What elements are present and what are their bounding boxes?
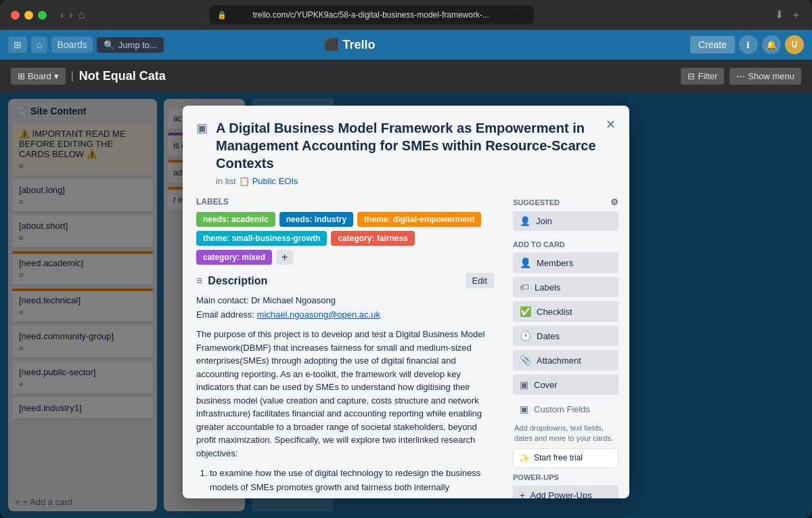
add-label-button[interactable]: + (276, 250, 293, 265)
new-tab-icon[interactable]: ＋ (790, 8, 801, 22)
modal-main-content: Labels needs: academic needs: industry t… (183, 197, 508, 498)
close-window-button[interactable] (11, 11, 20, 20)
add-to-card-section-title: Add to card (513, 240, 618, 249)
main-contact-text: Main contact: Dr Michael Ngoasong (196, 295, 494, 305)
description-header: ≡ Description Edit (196, 273, 494, 288)
start-trial-button[interactable]: ✨ Start free trial (513, 448, 618, 468)
label-needs-industry[interactable]: needs: industry (279, 212, 353, 227)
browser-titlebar: ‹ › ⌂ 🔒 trello.com/c/YUPKK9ac/58-a-digit… (0, 0, 812, 30)
label-category-mixed[interactable]: category: mixed (196, 250, 272, 265)
boards-button[interactable]: Boards (51, 37, 92, 53)
sparkle-icon: ✨ (519, 453, 530, 463)
board-content: 📄 Site Content ⚠️ IMPORTANT READ ME BEFO… (0, 92, 812, 518)
create-button[interactable]: Create (690, 36, 735, 53)
trello-icon: ⬛ (324, 37, 339, 52)
description-icon: ≡ (196, 275, 202, 287)
custom-fields-hint: Add dropdowns, text fields, dates and mo… (513, 423, 618, 444)
attachment-icon: 📎 (520, 355, 531, 366)
modal-overlay: ▣ A Digital Business Model Framework as … (0, 92, 812, 518)
maximize-window-button[interactable] (38, 11, 47, 20)
description-list: to examine how the use of digital techno… (196, 467, 494, 498)
home-button[interactable]: ⌂ (78, 9, 85, 21)
bookmark-icon: ⋯ (515, 9, 526, 22)
description-body: The purpose of this project is to develo… (196, 328, 494, 460)
back-button[interactable]: ‹ (60, 9, 64, 21)
modal-header: ▣ A Digital Business Model Framework as … (183, 106, 629, 197)
browser-right-controls: ⬇ ＋ (775, 8, 801, 22)
lock-icon: 🔒 (217, 11, 227, 20)
add-powerup-button[interactable]: + Add Power-Ups (513, 485, 618, 498)
grid-menu-button[interactable]: ⊞ (8, 37, 27, 53)
header-left: ⊞ ⌂ Boards 🔍 Jump to... (8, 37, 164, 53)
url-text: trello.com/c/YUPKK9ac/58-a-digital-busin… (231, 10, 511, 20)
modal-body: Labels needs: academic needs: industry t… (183, 197, 629, 498)
list-link[interactable]: Public EOIs (252, 176, 298, 186)
trello-app: ⊞ ⌂ Boards 🔍 Jump to... ⬛ Trello Create … (0, 30, 812, 518)
labels-button[interactable]: 🏷 Labels (513, 277, 618, 297)
traffic-lights (11, 11, 47, 20)
label-theme-small-business[interactable]: theme: small-business-growth (196, 231, 327, 246)
custom-fields-icon: ▣ (520, 404, 528, 414)
modal-in-list: in list 📋 Public EOIs (216, 176, 602, 186)
edit-description-button[interactable]: Edit (466, 273, 494, 288)
header-right: Create ℹ 🔔 U (690, 35, 804, 54)
minimize-window-button[interactable] (24, 11, 33, 20)
board-bar: ⊞ Board ▾ | Not Equal Cata ⊟ Filter ⋯ Sh… (0, 60, 812, 92)
checklist-icon: ✅ (520, 306, 531, 317)
board-icon: ⊞ (18, 71, 25, 81)
modal-card-title: A Digital Business Model Framework as Em… (216, 119, 602, 172)
power-ups-section-title: Power-Ups (513, 473, 618, 481)
search-icon: 🔍 (104, 40, 114, 50)
card-type-icon: ▣ (196, 121, 208, 135)
modal-header-icon-row: ▣ A Digital Business Model Framework as … (196, 119, 602, 186)
dates-button[interactable]: 🕐 Dates (513, 326, 618, 346)
board-title: Not Equal Cata (79, 69, 166, 83)
home-button[interactable]: ⌂ (31, 37, 47, 53)
labels-row: needs: academic needs: industry theme: d… (196, 212, 494, 265)
info-button[interactable]: ℹ (739, 35, 758, 54)
browser-nav-controls: ‹ › ⌂ (60, 9, 85, 21)
filter-icon: ⊟ (687, 71, 695, 81)
board-view-button[interactable]: ⊞ Board ▾ (11, 68, 66, 85)
cover-button[interactable]: ▣ Cover (513, 374, 618, 395)
modal-close-button[interactable]: ✕ (601, 115, 620, 134)
trello-logo: ⬛ Trello (324, 37, 376, 52)
plus-icon: + (520, 490, 525, 498)
description-title: Description (208, 275, 267, 287)
email-link[interactable]: michael.ngoasong@open.ac.uk (257, 309, 380, 320)
label-theme-digital[interactable]: theme: digital-empowerment (357, 212, 481, 227)
person-icon: 👤 (520, 216, 531, 226)
show-menu-button[interactable]: ⋯ Show menu (729, 68, 801, 85)
trello-header: ⊞ ⌂ Boards 🔍 Jump to... ⬛ Trello Create … (0, 30, 812, 60)
forward-button[interactable]: › (69, 9, 72, 21)
jump-to-button[interactable]: 🔍 Jump to... (97, 37, 164, 53)
board-bar-right: ⊟ Filter ⋯ Show menu (681, 68, 801, 85)
suggested-section-title: Suggested ⚙ (513, 197, 618, 207)
checklist-button[interactable]: ✅ Checklist (513, 301, 618, 322)
label-category-fairness[interactable]: category: fairness (331, 231, 414, 246)
card-modal: ▣ A Digital Business Model Framework as … (183, 106, 629, 498)
cover-icon: ▣ (520, 379, 528, 390)
download-icon[interactable]: ⬇ (775, 8, 784, 22)
chevron-down-icon: ▾ (54, 71, 59, 81)
modal-sidebar: Suggested ⚙ 👤 Join Add to card (508, 197, 629, 498)
gear-icon[interactable]: ⚙ (610, 197, 618, 207)
browser-window: ‹ › ⌂ 🔒 trello.com/c/YUPKK9ac/58-a-digit… (0, 0, 812, 518)
join-button[interactable]: 👤 Join (513, 211, 618, 231)
address-bar[interactable]: 🔒 trello.com/c/YUPKK9ac/58-a-digital-bus… (209, 5, 534, 24)
members-button[interactable]: 👤 Members (513, 253, 618, 273)
clock-icon: 🕐 (520, 330, 531, 341)
user-avatar[interactable]: U (785, 35, 804, 54)
email-text: Email address: michael.ngoasong@open.ac.… (196, 309, 494, 320)
attachment-button[interactable]: 📎 Attachment (513, 350, 618, 370)
list-icon: 📋 (239, 176, 250, 186)
filter-button[interactable]: ⊟ Filter (681, 68, 724, 85)
label-needs-academic[interactable]: needs: academic (196, 212, 275, 227)
label-icon: 🏷 (520, 282, 529, 293)
notifications-button[interactable]: 🔔 (762, 35, 781, 54)
list-item-1: to examine how the use of digital techno… (210, 467, 494, 498)
members-icon: 👤 (520, 257, 531, 268)
labels-section-title: Labels (196, 197, 494, 207)
custom-fields-button[interactable]: ▣ Custom Fields (513, 399, 618, 419)
